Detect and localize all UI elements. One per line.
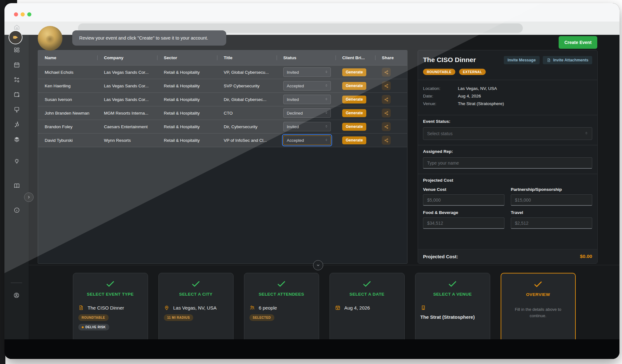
check-icon xyxy=(78,281,143,287)
event-title: The CISO Dinner xyxy=(423,56,476,64)
column-header-title: Title xyxy=(217,55,277,60)
travel-label: Travel xyxy=(511,210,592,215)
projected-cost-total-value: $0.00 xyxy=(580,254,592,259)
generate-brief-button[interactable]: Generate xyxy=(342,82,366,90)
generate-brief-button[interactable]: Generate xyxy=(342,96,366,104)
attendee-title: VP, Global Cybersecu... xyxy=(217,70,277,75)
scroll-down-button[interactable] xyxy=(313,260,323,270)
map-pin-icon xyxy=(164,305,170,311)
sidebar-item-info[interactable] xyxy=(13,207,20,214)
column-header-status: Status xyxy=(277,55,336,60)
table-row: Susan Iverson Las Vegas Sands Cor... Ret… xyxy=(38,93,407,106)
invite-attachments-button[interactable]: Invite Attachments xyxy=(543,56,592,64)
close-window-button[interactable] xyxy=(14,12,18,16)
table-row: John Branden Newman MGM Resorts Interna.… xyxy=(38,106,407,120)
status-select[interactable]: Declined xyxy=(283,108,331,118)
share-nodes-icon xyxy=(384,124,389,129)
step-title: SELECT A DATE xyxy=(335,292,399,297)
attendee-company: Las Vegas Sands Cor... xyxy=(97,70,157,75)
assigned-rep-input[interactable] xyxy=(423,157,592,169)
status-select[interactable]: Invited xyxy=(283,67,331,77)
attendee-title: Dir, Cybersecurity xyxy=(217,124,277,129)
selected-status-highlight: Accepted xyxy=(282,134,332,146)
share-button[interactable] xyxy=(382,68,391,77)
check-icon xyxy=(420,281,485,287)
attendee-sector: Retail & Hospitality xyxy=(157,84,217,88)
attendee-title: VP of InfoSec and Cl... xyxy=(217,138,277,143)
sidebar-item-account[interactable] xyxy=(13,292,20,300)
step-title: OVERVIEW xyxy=(506,292,570,297)
projected-cost-total-label: Projected Cost: xyxy=(423,254,458,259)
event-date: Aug 4, 2026 xyxy=(458,94,481,98)
step-title: SELECT EVENT TYPE xyxy=(78,292,143,297)
travel-input[interactable] xyxy=(511,217,592,229)
attendee-name: John Branden Newman xyxy=(38,111,97,116)
sidebar-item-attendee-exchange[interactable] xyxy=(13,76,20,83)
generate-brief-button[interactable]: Generate xyxy=(342,109,366,117)
attendee-name: Susan Iverson xyxy=(38,97,97,102)
invite-message-button[interactable]: Invite Message xyxy=(504,56,540,64)
overview-instruction: Fill in the details above to continue. xyxy=(506,306,570,319)
attendee-company: MGM Resorts Interna... xyxy=(97,111,157,116)
select-chevrons-icon xyxy=(325,124,328,129)
attendee-sector: Retail & Hospitality xyxy=(157,97,217,102)
sidebar-item-home[interactable] xyxy=(13,24,20,31)
attendee-table: Name Company Sector Title Status Client … xyxy=(38,50,407,264)
step-value: Aug 4, 2026 xyxy=(344,305,370,311)
share-nodes-icon xyxy=(384,97,389,102)
step-title: SELECT A CITY xyxy=(164,292,228,297)
sidebar-item-device-node[interactable] xyxy=(13,106,20,113)
share-button[interactable] xyxy=(382,109,391,117)
column-header-name: Name xyxy=(38,55,97,60)
partnership-input[interactable] xyxy=(511,194,592,206)
event-venue: The Strat (Stratosphere) xyxy=(458,101,504,106)
partnership-label: Partnership/Sponsorship xyxy=(511,187,592,192)
sidebar-item-library[interactable] xyxy=(13,182,20,189)
assistant-message-text: Review your event and click "Create" to … xyxy=(79,35,208,41)
column-header-client-brief: Client Bri... xyxy=(336,55,375,60)
sidebar-item-calendar-plus[interactable] xyxy=(13,91,20,98)
share-button[interactable] xyxy=(382,81,391,90)
check-icon xyxy=(164,281,228,287)
share-nodes-icon xyxy=(384,111,389,116)
minimize-window-button[interactable] xyxy=(21,12,25,16)
share-button[interactable] xyxy=(382,136,391,145)
zoom-window-button[interactable] xyxy=(27,12,31,16)
status-select[interactable]: Accepted xyxy=(283,135,331,145)
bottom-black-bar xyxy=(4,339,619,359)
status-select[interactable]: Invited xyxy=(283,95,331,104)
share-button[interactable] xyxy=(382,122,391,131)
generate-brief-button[interactable]: Generate xyxy=(342,136,366,144)
venue-cost-input[interactable] xyxy=(423,194,504,206)
attendee-sector: Retail & Hospitality xyxy=(157,124,217,129)
share-button[interactable] xyxy=(382,95,391,104)
create-event-button[interactable]: Create Event xyxy=(559,36,597,49)
sidebar-item-layers[interactable] xyxy=(13,136,20,143)
generate-brief-button[interactable]: Generate xyxy=(342,123,366,131)
table-row: Ken Haertling Las Vegas Sands Cor... Ret… xyxy=(38,79,407,93)
step-title: SELECT A VENUE xyxy=(420,292,485,297)
delve-risk-pill: DELVE RISK xyxy=(78,324,109,330)
sidebar-expand-button[interactable] xyxy=(24,192,34,202)
app-logo-icon xyxy=(9,30,22,44)
sidebar-item-ideas[interactable] xyxy=(13,158,20,165)
projected-cost-heading: Projected Cost xyxy=(423,178,592,183)
attendee-company: Caesars Entertainment xyxy=(97,124,157,129)
event-location: Las Vegas, NV, USA xyxy=(458,86,497,91)
attendee-sector: Retail & Hospitality xyxy=(157,70,217,75)
status-select[interactable]: Invited xyxy=(283,122,331,131)
generate-brief-button[interactable]: Generate xyxy=(342,68,366,76)
step-value: The Strat (Stratosphere) xyxy=(420,314,475,320)
sidebar-item-calendar[interactable] xyxy=(13,61,20,68)
document-icon xyxy=(78,305,84,311)
assistant-avatar xyxy=(38,26,62,51)
sidebar-item-hubspot[interactable] xyxy=(13,121,20,128)
status-select[interactable]: Accepted xyxy=(283,81,331,91)
attendee-sector: Retail & Hospitality xyxy=(157,111,217,116)
chevron-down-icon xyxy=(316,263,320,267)
sidebar-item-dashboard[interactable] xyxy=(13,47,20,53)
event-status-select[interactable]: Select status xyxy=(423,127,592,140)
step-title: SELECT ATTENDEES xyxy=(249,292,314,297)
food-beverage-input[interactable] xyxy=(423,217,504,229)
assigned-rep-label: Assigned Rep: xyxy=(423,149,592,154)
